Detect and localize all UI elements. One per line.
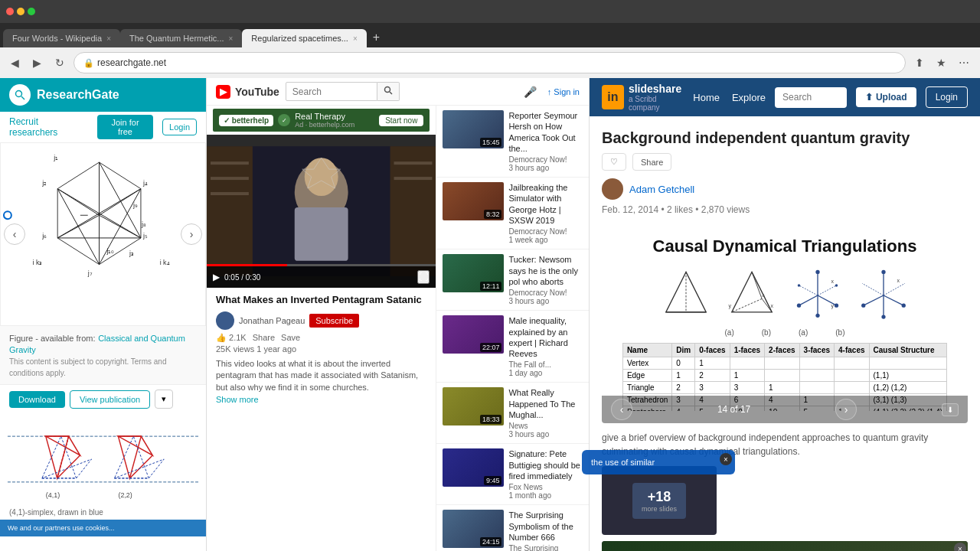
minimize-window-btn[interactable] [17,8,24,15]
ss-like-button[interactable]: ♡ [602,153,626,171]
new-tab-button[interactable]: + [367,28,386,47]
svg-line-90 [862,283,884,295]
yt-video-controls: ▶ 0:05 / 0:30 ⛶ [207,266,436,288]
yt-info-1: Jailbreaking the Simulator with George H… [508,182,583,244]
ss-video-thumb-plus18[interactable]: +18 more slides [602,466,717,535]
yt-save-button[interactable]: Save [281,333,300,342]
svg-point-0 [16,91,22,97]
lock-icon: 🔒 [83,58,94,68]
forward-button[interactable]: ▶ [28,54,46,72]
yt-sidebar-item-4[interactable]: 18:33 What Really Happened To The Mughal… [436,383,589,444]
yt-channel-5: Fox News [508,483,583,491]
svg-line-74 [799,295,818,305]
yt-share-button[interactable]: Share [253,333,275,342]
svg-point-80 [797,304,801,308]
ss-nav-home[interactable]: Home [693,92,720,103]
yt-sidebar-item-6[interactable]: 24:15 The Surprising Symbolism of the Nu… [436,505,589,551]
url-bar[interactable]: 🔒 researchgate.net [74,52,906,73]
download-button[interactable]: Download [9,391,65,408]
ss-prev-slide-button[interactable]: ‹ [611,399,632,420]
yt-logo: ▶ YouTube [216,85,279,99]
tab-2-close[interactable]: × [229,34,234,43]
yt-sidebar-item-0[interactable]: 15:45 Reporter Seymour Hersh on How Amer… [436,106,589,178]
tab-1[interactable]: Four Worlds - Wikipedia × [3,29,120,47]
ss-action-buttons: ♡ Share [602,153,968,171]
yt-info-2: Tucker: Newsom says he is the only pol w… [508,254,583,305]
ss-col-name: Name [622,344,671,357]
ss-nav-links: Home Explore [693,92,766,103]
svg-text:j₁: j₁ [53,154,58,161]
ss-upload-button[interactable]: ⬆ Upload [856,87,916,107]
svg-text:(4,1): (4,1) [46,491,60,499]
rg-join-button[interactable]: Join for free [97,115,153,139]
ss-author-row: Adam Getchell [602,178,968,200]
back-button[interactable]: ◀ [6,54,24,72]
yt-mic-button[interactable]: 🎤 [519,83,541,101]
cdt-caption-sub: (4,1)-simplex, drawn in blue [9,508,103,517]
yt-title-2: Tucker: Newsom says he is the only pol w… [508,254,583,287]
yt-info-5: Signature: Pete Buttigieg should be fire… [508,448,583,500]
tab-2[interactable]: The Quantum Hermetic... × [120,29,242,47]
close-window-btn[interactable] [6,8,14,15]
ss-next-slide-button[interactable]: › [835,399,857,420]
view-publication-button[interactable]: View publication [70,390,150,409]
ss-download-slide-button[interactable]: ⬇ [942,403,959,416]
yt-show-more[interactable]: Show more [216,395,259,404]
yt-signin-link[interactable]: ↑ Sign in [547,87,580,96]
yt-search-container [286,82,513,101]
yt-fullscreen-button[interactable]: ⛶ [417,270,430,284]
refresh-button[interactable]: ↻ [51,54,69,72]
ss-search-box [775,87,847,108]
bookmark-button[interactable]: ★ [932,54,951,72]
svg-text:δ: δ [762,292,765,298]
yt-channel-name[interactable]: Jonathan Pageau [239,316,305,325]
yt-sidebar-item-3[interactable]: 22:07 Male inequality, explained by an e… [436,311,589,383]
svg-rect-30 [0,413,206,505]
more-options-button[interactable]: ▾ [155,390,173,409]
maximize-window-btn[interactable] [28,8,35,15]
ss-share-button[interactable]: Share [632,153,671,171]
share-button[interactable]: ⬆ [910,54,929,72]
ss-nav-explore[interactable]: Explore [732,92,766,103]
yt-meta-2: 3 hours ago [508,297,583,305]
svg-point-92 [881,270,885,274]
yt-like-button[interactable]: 👍 2.1K [216,333,247,343]
yt-search-input[interactable] [286,82,377,101]
ss-bottom-row: +18 more slides [602,466,968,535]
yt-sidebar-item-5[interactable]: 9:45 Signature: Pete Buttigieg should be… [436,444,589,505]
svg-rect-53 [211,192,249,195]
yt-search-button[interactable] [377,82,400,101]
rg-recruit-link[interactable]: Recruit researchers [9,116,88,138]
ss-login-button[interactable]: Login [926,86,968,108]
ss-col-3faces: 3-faces [799,344,834,357]
ss-plus18-badge: +18 more slides [632,483,686,519]
yt-info-6: The Surprising Symbolism of the Number 6… [508,510,583,551]
image-nav-prev[interactable]: ‹ [4,223,25,245]
more-button[interactable]: ⋯ [954,54,974,72]
yt-sidebar-item-1[interactable]: 8:32 Jailbreaking the Simulator with Geo… [436,178,589,249]
ss-col-4faces: 4-faces [835,344,869,357]
spin-foam-figure: j₁ j₄ j₅ j₂ j₃ j₆ j₇ j₁₀ j₉ j₈ i k₃ i k₄… [0,142,206,326]
yt-sidebar-item-2[interactable]: 12:11 Tucker: Newsom says he is the only… [436,249,589,311]
ss-search-input[interactable] [775,87,847,108]
ss-video-close-button[interactable]: × [954,543,966,551]
yt-subscribe-button[interactable]: Subscribe [309,314,359,328]
bh-start-btn[interactable]: Start now [379,115,423,126]
yt-play-button[interactable]: ▶ [213,272,220,282]
ad-popup-close-button[interactable]: × [720,453,732,465]
yt-logo-text: YouTube [235,86,279,98]
yt-video-player[interactable]: ▶ 0:05 / 0:30 ⛶ [207,135,436,288]
tab-3-close[interactable]: × [353,34,358,43]
ss-logo-area: in slideshare a Scribd company [602,83,684,112]
svg-point-95 [881,315,885,318]
svg-point-94 [861,304,865,308]
tab-1-close[interactable]: × [106,34,111,43]
svg-point-82 [798,284,801,287]
ss-author-name[interactable]: Adam Getchell [629,184,694,195]
image-nav-next[interactable]: › [181,223,202,245]
rg-login-button[interactable]: Login [162,119,197,135]
svg-text:j₃: j₃ [129,249,134,257]
tab-3[interactable]: Regularized spacetimes... × [242,29,366,47]
svg-marker-65 [732,272,773,312]
rg-search-icon[interactable] [9,84,31,106]
